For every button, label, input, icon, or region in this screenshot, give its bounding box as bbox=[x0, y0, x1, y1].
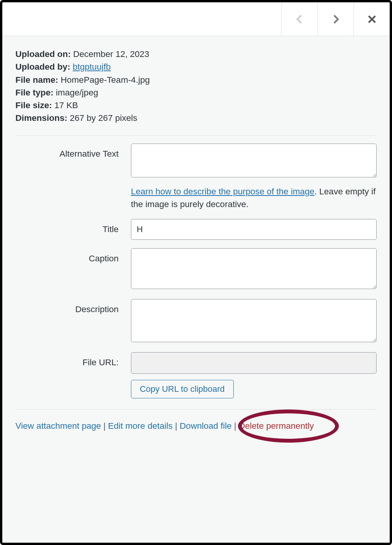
next-button[interactable] bbox=[317, 2, 353, 36]
alt-text-label: Alternative Text bbox=[15, 144, 131, 159]
dimensions-label: Dimensions: bbox=[15, 113, 67, 123]
uploaded-on-label: Uploaded on: bbox=[15, 49, 71, 59]
uploaded-by-label: Uploaded by: bbox=[15, 62, 70, 72]
divider bbox=[15, 409, 377, 410]
view-attachment-link[interactable]: View attachment page bbox=[15, 421, 101, 431]
attachment-meta: Uploaded on: December 12, 2023 Uploaded … bbox=[15, 48, 377, 125]
caption-input[interactable] bbox=[131, 248, 377, 289]
alt-text-input[interactable] bbox=[131, 144, 377, 177]
copy-url-button[interactable]: Copy URL to clipboard bbox=[131, 380, 234, 398]
file-size-value: 17 KB bbox=[54, 100, 78, 110]
action-links: View attachment page | Edit more details… bbox=[15, 421, 377, 431]
title-label: Title bbox=[15, 219, 131, 234]
alt-help-link[interactable]: Learn how to describe the purpose of the… bbox=[131, 187, 315, 196]
uploaded-on-value: December 12, 2023 bbox=[73, 49, 149, 59]
divider bbox=[15, 135, 377, 136]
caption-label: Caption bbox=[15, 248, 131, 264]
chevron-left-icon bbox=[293, 13, 306, 26]
file-url-input[interactable] bbox=[131, 352, 377, 374]
title-input[interactable] bbox=[131, 219, 377, 240]
uploaded-by-link[interactable]: btgptuujfb bbox=[73, 62, 111, 72]
file-name-value: HomePage-Team-4.jpg bbox=[61, 75, 150, 85]
close-button[interactable] bbox=[353, 2, 390, 36]
close-icon bbox=[365, 13, 379, 26]
download-file-link[interactable]: Download file bbox=[180, 421, 232, 431]
file-type-label: File type: bbox=[15, 88, 54, 97]
file-size-label: File size: bbox=[15, 100, 52, 110]
details-panel: Uploaded on: December 12, 2023 Uploaded … bbox=[2, 36, 390, 543]
dimensions-value: 267 by 267 pixels bbox=[70, 113, 137, 123]
delete-permanently-link[interactable]: Delete permanently bbox=[239, 421, 314, 431]
file-type-value: image/jpeg bbox=[56, 88, 98, 97]
description-input[interactable] bbox=[131, 299, 377, 342]
file-name-label: File name: bbox=[15, 75, 58, 85]
description-label: Description bbox=[15, 299, 131, 314]
edit-details-link[interactable]: Edit more details bbox=[108, 421, 173, 431]
chevron-right-icon bbox=[329, 13, 342, 26]
modal-header bbox=[2, 2, 390, 36]
file-url-label: File URL: bbox=[15, 352, 131, 368]
prev-button[interactable] bbox=[281, 2, 317, 36]
